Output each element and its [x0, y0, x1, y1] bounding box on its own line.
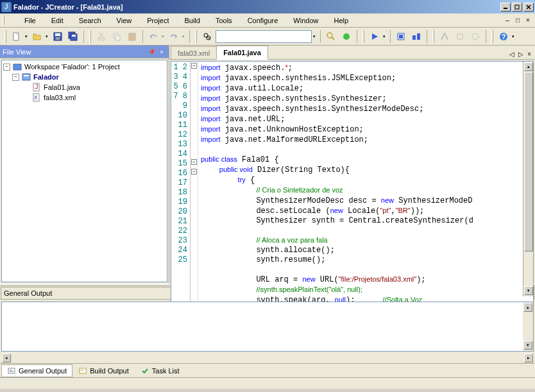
toolbar-grip[interactable] — [4, 30, 6, 43]
bottom-tabs: General Output Build Output Task List — [0, 363, 535, 377]
svg-point-24 — [327, 33, 332, 38]
svg-rect-45 — [80, 368, 86, 373]
scroll-up-button[interactable]: ▴ — [523, 303, 532, 312]
run-button[interactable] — [368, 30, 382, 44]
svg-rect-37 — [24, 75, 29, 76]
save-button[interactable] — [51, 30, 65, 44]
tab-prev-button[interactable]: ◁ — [508, 49, 516, 59]
tree-workspace[interactable]: − Workspace 'Falador': 1 Project — [3, 62, 166, 72]
menu-configure[interactable]: Configure — [241, 15, 285, 26]
tab-next-button[interactable]: ▷ — [517, 49, 525, 59]
scroll-right-button[interactable]: ▸ — [524, 354, 533, 362]
open-button[interactable] — [30, 30, 44, 44]
tool-3-button[interactable] — [468, 30, 482, 44]
svg-point-26 — [343, 33, 350, 40]
save-all-button[interactable] — [66, 30, 80, 44]
compile-button[interactable] — [394, 30, 408, 44]
scroll-left-button[interactable]: ◂ — [2, 354, 11, 362]
undo-dropdown[interactable]: ▾ — [162, 34, 166, 39]
svg-line-23 — [207, 37, 210, 39]
toolbar-grip-6[interactable] — [491, 30, 493, 43]
fold-marker[interactable]: − — [191, 63, 197, 69]
tab-close-button[interactable]: × — [526, 49, 532, 59]
panel-close-button[interactable]: × — [157, 47, 166, 56]
inner-close-button[interactable]: × — [523, 16, 532, 25]
tab-task-list-label: Task List — [152, 367, 180, 375]
tool-2-button[interactable] — [453, 30, 467, 44]
svg-rect-20 — [130, 33, 134, 35]
tree-project[interactable]: − Falador — [3, 72, 166, 82]
undo-button[interactable] — [146, 30, 160, 44]
menubar-grip[interactable] — [3, 15, 4, 25]
find-button[interactable] — [200, 30, 214, 44]
tree-file-java[interactable]: J Fala01.java — [3, 82, 166, 92]
vertical-scrollbar[interactable]: ▴ ▾ — [523, 62, 533, 296]
menu-project[interactable]: Project — [140, 15, 175, 26]
new-file-dropdown[interactable]: ▾ — [25, 34, 29, 39]
inner-minimize-button[interactable]: – — [503, 16, 512, 25]
inner-restore-button[interactable]: □ — [513, 16, 522, 25]
scroll-up-button[interactable]: ▴ — [524, 62, 533, 71]
run-dropdown[interactable]: ▾ — [383, 34, 387, 39]
menu-view[interactable]: View — [110, 15, 139, 26]
paste-button[interactable] — [125, 30, 139, 44]
svg-rect-18 — [115, 35, 120, 40]
cut-button[interactable] — [94, 30, 108, 44]
bookmark-button[interactable] — [339, 30, 353, 44]
tree-file-xml[interactable]: x fala03.xml — [3, 92, 166, 103]
tab-build-output[interactable]: Build Output — [72, 364, 135, 377]
help-dropdown[interactable]: ▾ — [512, 34, 516, 39]
toolbar-grip-2[interactable] — [89, 30, 91, 43]
build-output-icon — [78, 366, 87, 375]
output-content[interactable]: ▴ ▾ — [1, 302, 534, 352]
tool-1-button[interactable] — [437, 30, 452, 44]
tab-fala01-java[interactable]: Fala01.java — [216, 46, 268, 60]
svg-rect-29 — [412, 35, 416, 40]
scroll-down-button[interactable]: ▾ — [523, 341, 532, 350]
code-editor[interactable]: 1 2 3 4 5 6 7 8 9 10 11 12 13 14 15 16 1… — [171, 61, 534, 307]
redo-dropdown[interactable]: ▾ — [182, 34, 186, 39]
fold-marker[interactable]: − — [191, 169, 197, 175]
search-dropdown[interactable]: ▾ — [313, 34, 317, 39]
toolbar-grip-3[interactable] — [195, 30, 197, 43]
new-file-button[interactable] — [10, 30, 24, 44]
find-in-files-button[interactable] — [324, 30, 338, 44]
menu-help[interactable]: Help — [327, 15, 355, 26]
scroll-thumb[interactable] — [524, 72, 533, 251]
menu-build[interactable]: Build — [178, 15, 206, 26]
fold-marker[interactable]: − — [191, 159, 197, 165]
code-text[interactable]: import javax.speech.*; import javax.spee… — [198, 62, 533, 307]
output-vertical-scrollbar[interactable]: ▴ ▾ — [523, 302, 533, 351]
tab-fala03-xml[interactable]: fala03.xml — [171, 46, 217, 59]
tab-general-output-label: General Output — [19, 367, 67, 375]
menu-tools[interactable]: Tools — [209, 15, 239, 26]
redo-button[interactable] — [167, 30, 181, 44]
open-dropdown[interactable]: ▾ — [46, 34, 49, 39]
close-button[interactable] — [523, 3, 534, 12]
build-button[interactable] — [409, 30, 423, 44]
minimize-button[interactable] — [500, 3, 511, 12]
search-input[interactable] — [216, 30, 312, 43]
tab-task-list[interactable]: Task List — [135, 364, 185, 377]
file-tree[interactable]: − Workspace 'Falador': 1 Project − Falad… — [1, 60, 167, 282]
fold-column: − − − — [191, 62, 198, 307]
pin-icon[interactable]: 📌 — [147, 47, 156, 56]
tree-expand-icon[interactable]: − — [12, 74, 19, 81]
menu-search[interactable]: Search — [72, 15, 108, 26]
maximize-button[interactable] — [512, 3, 522, 12]
scroll-down-button[interactable]: ▾ — [524, 286, 533, 295]
output-icon — [7, 366, 16, 375]
output-horizontal-scrollbar[interactable]: ◂ ▸ — [1, 353, 534, 363]
tab-general-output[interactable]: General Output — [1, 364, 72, 377]
menu-edit[interactable]: Edit — [45, 15, 70, 26]
menu-file[interactable]: File — [18, 15, 42, 26]
menu-window[interactable]: Window — [287, 15, 325, 26]
toolbar-grip-4[interactable] — [362, 30, 364, 43]
svg-rect-9 — [56, 37, 60, 40]
svg-rect-3 — [515, 5, 519, 9]
toolbar-grip-5[interactable] — [432, 30, 434, 43]
copy-button[interactable] — [110, 30, 124, 44]
tree-workspace-label: Workspace 'Falador': 1 Project — [24, 63, 120, 71]
help-button[interactable]: ? — [497, 30, 511, 44]
tree-expand-icon[interactable]: − — [3, 64, 10, 71]
